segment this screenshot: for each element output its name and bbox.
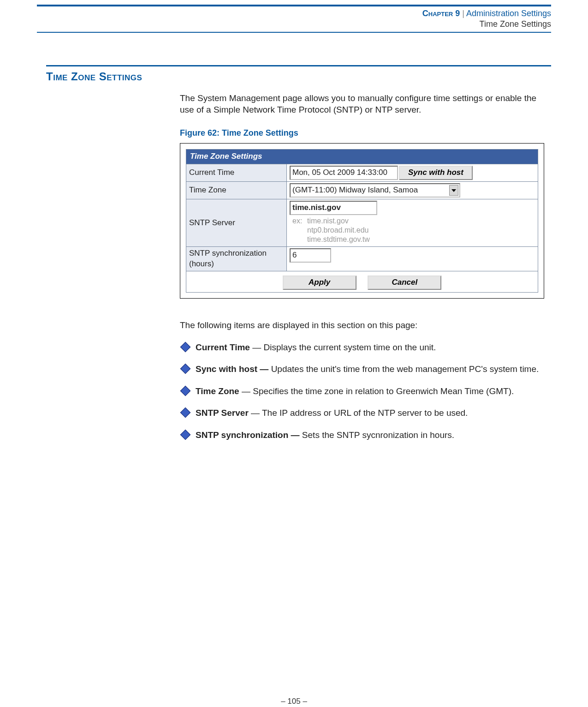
list-item: Sync with host — Updates the unit's time… (180, 363, 551, 375)
sntp-sync-input[interactable]: 6 (290, 248, 331, 263)
label-sntp-server: SNTP Server (186, 199, 287, 247)
intro-paragraph: The System Management page allows you to… (180, 92, 551, 116)
item-sep: — (250, 342, 264, 352)
sync-with-host-button[interactable]: Sync with host (399, 166, 473, 180)
chevron-down-icon (451, 189, 456, 192)
item-sep: — (249, 408, 262, 418)
running-header: Chapter 9 | Administration Settings Time… (0, 8, 551, 30)
label-sntp-sync: SNTP synchronization (hours) (186, 247, 287, 271)
hint-line-2: ntp0.broad.mit.edu (307, 226, 368, 234)
item-term: Sync with host — (196, 364, 271, 374)
diamond-bullet-icon (180, 364, 191, 374)
item-term: SNTP Server (196, 408, 249, 418)
header-separator: | (460, 9, 466, 18)
diamond-bullet-icon (180, 386, 191, 396)
apply-button[interactable]: Apply (283, 276, 356, 290)
list-item: SNTP synchronization — Sets the SNTP syc… (180, 429, 551, 441)
row-sntp-server: SNTP Server time.nist.gov ex:time.nist.g… (186, 199, 538, 247)
time-zone-settings-panel: Time Zone Settings Current Time Mon, 05 … (186, 149, 538, 293)
item-desc: Displays the current system time on the … (263, 342, 436, 352)
item-desc: Sets the SNTP sycnronization in hours. (302, 430, 454, 440)
hint-line-1: time.nist.gov (307, 217, 349, 225)
diamond-bullet-icon (180, 407, 191, 418)
diamond-bullet-icon (180, 430, 191, 440)
header-rule-top (37, 5, 551, 6)
panel-title: Time Zone Settings (186, 150, 538, 164)
chapter-label: Chapter 9 (422, 9, 460, 18)
item-sep: — (239, 386, 253, 396)
label-time-zone: Time Zone (186, 182, 287, 199)
header-rule-bottom (37, 32, 551, 33)
row-sntp-sync: SNTP synchronization (hours) 6 (186, 247, 538, 271)
list-intro: The following items are displayed in thi… (180, 319, 551, 331)
item-term: Current Time (196, 342, 250, 352)
hint-line-3: time.stdtime.gov.tw (307, 235, 370, 243)
time-zone-value: (GMT-11:00) Midway Island, Samoa (292, 186, 418, 194)
label-current-time: Current Time (186, 164, 287, 182)
item-term: Time Zone (196, 386, 239, 396)
sntp-server-hint: ex:time.nist.gov ntp0.broad.mit.edu time… (292, 216, 535, 244)
item-desc: Updates the unit's time from the web man… (271, 364, 539, 374)
screenshot-figure: Time Zone Settings Current Time Mon, 05 … (180, 143, 544, 299)
list-item: Time Zone — Specifies the time zone in r… (180, 385, 551, 397)
breadcrumb-2: Time Zone Settings (0, 19, 551, 30)
figure-caption: Figure 62: Time Zone Settings (180, 127, 551, 138)
item-term: SNTP synchronization — (196, 430, 302, 440)
item-desc: Specifies the time zone in relation to G… (253, 386, 514, 396)
page-number: – 105 – (0, 697, 588, 706)
section-rule (46, 65, 551, 66)
diamond-bullet-icon (180, 342, 191, 352)
row-time-zone: Time Zone (GMT-11:00) Midway Island, Sam… (186, 182, 538, 199)
cancel-button[interactable]: Cancel (368, 276, 441, 290)
list-item: Current Time — Displays the current syst… (180, 342, 551, 354)
button-row: Apply Cancel (189, 273, 535, 291)
section-title: Time Zone Settings (46, 70, 551, 83)
item-desc: The IP address or URL of the NTP server … (262, 408, 468, 418)
list-item: SNTP Server — The IP address or URL of t… (180, 407, 551, 419)
current-time-input[interactable]: Mon, 05 Oct 2009 14:33:00 (290, 166, 398, 180)
sntp-server-input[interactable]: time.nist.gov (290, 201, 377, 215)
hint-prefix: ex: (292, 216, 307, 226)
time-zone-select[interactable]: (GMT-11:00) Midway Island, Samoa (290, 183, 460, 198)
row-current-time: Current Time Mon, 05 Oct 2009 14:33:00Sy… (186, 164, 538, 182)
breadcrumb-1: Administration Settings (466, 9, 551, 18)
